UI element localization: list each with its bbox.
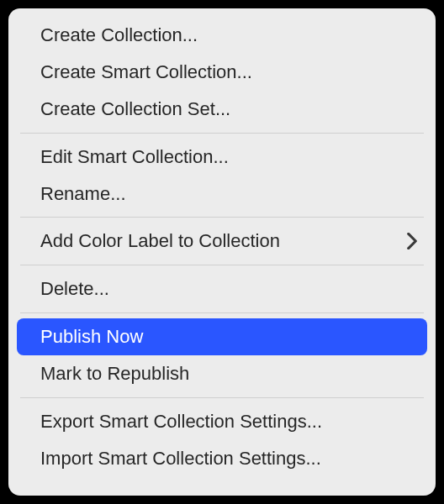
menu-item-label: Rename...	[40, 181, 126, 207]
menu-item-create-collection-set[interactable]: Create Collection Set...	[8, 91, 436, 128]
menu-item-delete[interactable]: Delete...	[8, 270, 436, 307]
menu-item-label: Create Collection Set...	[40, 96, 230, 123]
menu-item-label: Publish Now	[40, 323, 143, 350]
context-menu: Create Collection... Create Smart Collec…	[8, 8, 436, 496]
menu-item-add-color-label[interactable]: Add Color Label to Collection	[8, 223, 436, 260]
menu-item-create-smart-collection[interactable]: Create Smart Collection...	[8, 54, 436, 91]
menu-separator	[20, 312, 424, 313]
menu-item-publish-now[interactable]: Publish Now	[17, 318, 427, 355]
menu-item-export-smart-collection-settings[interactable]: Export Smart Collection Settings...	[8, 403, 436, 440]
menu-separator	[20, 133, 424, 134]
menu-item-import-smart-collection-settings[interactable]: Import Smart Collection Settings...	[8, 440, 436, 477]
menu-separator	[20, 217, 424, 218]
menu-item-label: Delete...	[40, 276, 109, 302]
menu-item-label: Export Smart Collection Settings...	[40, 408, 322, 435]
menu-item-create-collection[interactable]: Create Collection...	[8, 17, 436, 54]
menu-item-rename[interactable]: Rename...	[8, 176, 436, 213]
menu-separator	[20, 265, 424, 265]
menu-separator	[20, 397, 424, 398]
menu-item-mark-to-republish[interactable]: Mark to Republish	[8, 355, 436, 392]
menu-item-label: Create Collection...	[40, 22, 198, 49]
menu-item-label: Import Smart Collection Settings...	[40, 445, 321, 472]
menu-item-label: Create Smart Collection...	[40, 59, 252, 86]
menu-item-edit-smart-collection[interactable]: Edit Smart Collection...	[8, 139, 436, 176]
menu-item-label: Edit Smart Collection...	[40, 144, 229, 171]
menu-item-label: Add Color Label to Collection	[40, 228, 280, 255]
chevron-right-icon	[407, 233, 417, 249]
menu-item-label: Mark to Republish	[40, 360, 189, 387]
